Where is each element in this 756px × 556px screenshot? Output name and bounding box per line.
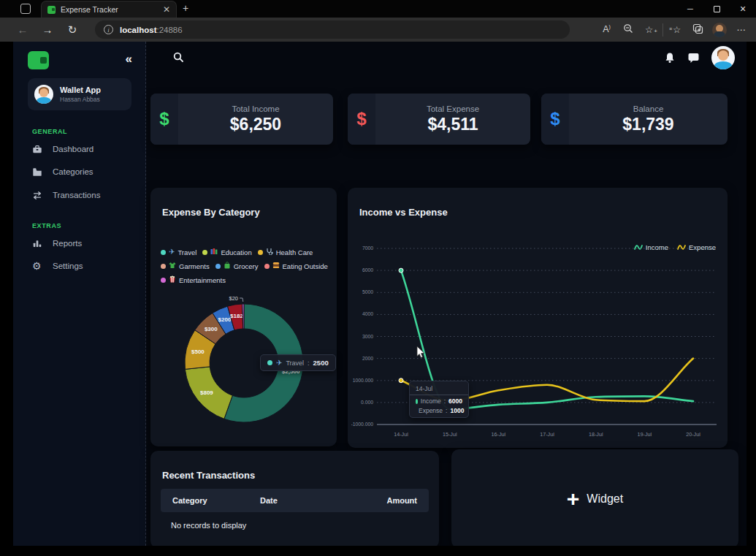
- site-info-icon[interactable]: i: [104, 25, 113, 34]
- legend-item-entertainments[interactable]: Entertainments: [161, 275, 226, 284]
- legend-item-health-care[interactable]: Health Care: [258, 248, 313, 256]
- folder-icon: [32, 167, 42, 178]
- expense-tracker-app: « Wallet App Hassan Abbas GENERAL Dashbo…: [13, 42, 747, 546]
- sidebar-collapse-button[interactable]: «: [126, 52, 132, 66]
- y-tick-label: 5000: [362, 289, 373, 294]
- window-close-button[interactable]: ×: [730, 0, 756, 18]
- topbar-user-avatar[interactable]: [711, 46, 735, 69]
- sidebar: « Wallet App Hassan Abbas GENERAL Dashbo…: [13, 42, 146, 546]
- col-amount[interactable]: Amount: [370, 496, 417, 505]
- dashboard-main: $ Total Income $6,250 $ Total Expense $4…: [147, 74, 747, 546]
- empty-table-message: No records to display: [171, 521, 246, 530]
- legend-dot: [258, 250, 263, 255]
- legend-item-education[interactable]: Education: [202, 248, 251, 256]
- recent-transactions-card: Recent Transactions Category Date Amount…: [150, 451, 439, 546]
- legend-item-eating-outside[interactable]: Eating Outside: [264, 262, 328, 270]
- search-icon[interactable]: [173, 52, 184, 63]
- y-tick-label: 0.000: [361, 400, 373, 405]
- back-button[interactable]: ←: [10, 23, 35, 36]
- hover-marker: [399, 378, 403, 383]
- x-tick-label: 20-Jul: [686, 431, 700, 438]
- window-minimize-button[interactable]: ─: [677, 0, 703, 18]
- briefcase-icon: [32, 144, 42, 155]
- address-bar[interactable]: i localhost:24886: [95, 20, 570, 39]
- income-vs-expense-card: Income vs Expense IncomeExpense 70006000…: [348, 188, 728, 448]
- user-card[interactable]: Wallet App Hassan Abbas: [28, 78, 131, 110]
- line-chart[interactable]: 7000600050004000300020001000.0000.000-10…: [351, 237, 724, 446]
- books-icon: [210, 248, 218, 256]
- browser-tab[interactable]: Expense Tracker ✕: [41, 1, 177, 18]
- y-tick-label: 6000: [362, 267, 373, 273]
- gear-icon: ⚙: [32, 261, 42, 271]
- legend-dot: [264, 264, 270, 269]
- section-general: GENERAL: [32, 128, 67, 135]
- section-extras: EXTRAS: [32, 222, 61, 229]
- notifications-bell-icon[interactable]: [664, 52, 676, 64]
- add-widget-label: Widget: [587, 492, 623, 506]
- add-widget-card[interactable]: + Widget: [451, 449, 738, 546]
- sidebar-item-categories[interactable]: Categories: [13, 161, 146, 182]
- legend-dot: [202, 250, 207, 255]
- legend-item-grocery[interactable]: Grocery: [215, 262, 259, 270]
- sidebar-item-settings[interactable]: ⚙ Settings: [13, 256, 146, 276]
- plus-icon: +: [567, 490, 580, 509]
- income-dot: [416, 399, 418, 404]
- dollar-icon: $: [150, 94, 178, 145]
- popcorn-icon: [169, 275, 176, 284]
- y-tick-label: 3000: [362, 334, 373, 339]
- stat-card-balance: $ Balance $1,739: [541, 94, 728, 145]
- browser-toolbar: ← → ↻ i localhost:24886 A) ☆+ ☆≡ ⋯: [0, 18, 756, 42]
- legend-dot: [161, 278, 166, 283]
- airplane-icon: ✈: [276, 359, 282, 367]
- app-topbar: [147, 42, 747, 74]
- x-tick-label: 18-Jul: [589, 431, 603, 438]
- mouse-cursor: [416, 346, 426, 359]
- line-chart-title: Income vs Expense: [359, 207, 448, 218]
- tab-actions-icon[interactable]: [20, 4, 31, 14]
- y-tick-label: 2000: [362, 356, 373, 361]
- forward-button[interactable]: →: [35, 23, 60, 36]
- dollar-icon: $: [541, 94, 569, 145]
- collections-icon[interactable]: [687, 23, 709, 37]
- add-favorite-star-icon[interactable]: ☆+: [638, 24, 660, 35]
- favorites-bar-icon[interactable]: ☆≡: [666, 24, 687, 35]
- slice-label: $500: [191, 349, 205, 355]
- read-aloud-icon[interactable]: A): [596, 24, 617, 34]
- wallet-logo-icon: [28, 51, 49, 69]
- x-tick-label: 16-Jul: [492, 431, 506, 438]
- legend-item-travel[interactable]: ✈Travel: [161, 248, 196, 256]
- slice-label: $300: [205, 326, 218, 332]
- window-restore-button[interactable]: [703, 0, 730, 18]
- sidebar-item-reports[interactable]: Reports: [13, 233, 146, 254]
- browser-menu-icon[interactable]: ⋯: [730, 24, 752, 35]
- pie-legend[interactable]: ✈TravelEducationHealth CareGarmentsGroce…: [161, 248, 330, 284]
- new-tab-button[interactable]: +: [183, 2, 188, 14]
- messages-icon[interactable]: [687, 52, 700, 64]
- pie-chart-title: Expense By Category: [162, 207, 260, 218]
- y-tick-label: 1000.000: [353, 378, 374, 383]
- refresh-button[interactable]: ↻: [60, 23, 85, 37]
- expense-by-category-card: Expense By Category ✈TravelEducationHeal…: [150, 188, 337, 446]
- stat-card-total-expense: $ Total Expense $4,511: [348, 94, 530, 145]
- transactions-table-header: Category Date Amount: [161, 489, 429, 512]
- legend-item-garments[interactable]: Garments: [161, 262, 210, 270]
- col-category[interactable]: Category: [172, 496, 260, 505]
- zoom-out-icon[interactable]: [617, 23, 638, 36]
- tab-close-icon[interactable]: ✕: [163, 4, 170, 15]
- sidebar-item-transactions[interactable]: Transactions: [13, 185, 146, 205]
- favicon-wallet-icon: [47, 6, 56, 14]
- sidebar-item-dashboard[interactable]: Dashboard: [13, 139, 146, 159]
- tab-title: Expense Tracker: [61, 5, 158, 14]
- tshirt-icon: [169, 262, 176, 270]
- user-avatar: [34, 85, 53, 104]
- url-text: localhost:24886: [120, 26, 183, 34]
- browser-profile-avatar[interactable]: [712, 23, 727, 37]
- stethoscope-icon: [266, 248, 273, 256]
- user-name: Hassan Abbas: [60, 96, 101, 103]
- slice-label: $182: [230, 313, 243, 319]
- y-tick-label: 4000: [362, 311, 373, 316]
- transfer-arrows-icon: [32, 190, 42, 201]
- y-tick-label: 7000: [362, 245, 373, 251]
- stat-card-total-income: $ Total Income $6,250: [150, 94, 333, 145]
- col-date[interactable]: Date: [260, 496, 370, 505]
